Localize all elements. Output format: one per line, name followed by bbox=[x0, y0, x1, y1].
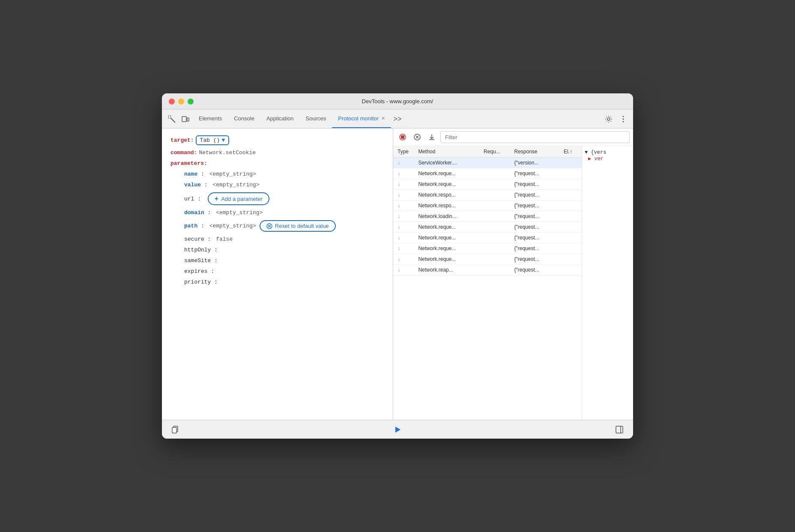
device-icon-btn[interactable] bbox=[179, 113, 192, 126]
svg-point-7 bbox=[623, 121, 624, 122]
param-path-value: <empty_string> bbox=[209, 223, 256, 229]
table-row[interactable]: ↓ Network.reque... {"request... bbox=[393, 243, 582, 254]
table-row[interactable]: ↓ ServiceWorker.... {"version... bbox=[393, 158, 582, 168]
cell-request bbox=[479, 222, 510, 233]
copy-icon bbox=[172, 426, 179, 433]
svg-rect-0 bbox=[168, 116, 171, 118]
table-row[interactable]: ↓ Network.reque... {"request... bbox=[393, 254, 582, 265]
cell-method: Network.loadin... bbox=[414, 211, 479, 222]
param-path-key: path bbox=[184, 223, 197, 229]
close-button[interactable] bbox=[169, 99, 175, 105]
cell-response: {"request... bbox=[510, 233, 559, 243]
tabs-area: Elements Console Application Sources Pro… bbox=[193, 110, 601, 128]
cell-method: Network.respo... bbox=[414, 200, 479, 211]
json-line-2: ▶ ver bbox=[588, 155, 631, 162]
sidebar-toggle-button[interactable] bbox=[613, 423, 626, 436]
cell-el bbox=[559, 158, 582, 168]
target-select[interactable]: Tab () ▼ bbox=[196, 135, 230, 145]
add-parameter-button[interactable]: + Add a parameter bbox=[208, 192, 269, 205]
run-icon bbox=[393, 425, 402, 434]
settings-button[interactable] bbox=[602, 113, 615, 126]
param-httponly-key: httpOnly bbox=[184, 247, 211, 253]
cell-response: {"request... bbox=[510, 243, 559, 254]
command-row: command: Network.setCookie bbox=[170, 149, 384, 156]
filter-input[interactable] bbox=[440, 131, 630, 143]
table-row[interactable]: ↓ Network.reque... {"request... bbox=[393, 168, 582, 179]
cell-type: ↓ bbox=[393, 200, 414, 211]
tab-close-icon[interactable]: ✕ bbox=[381, 116, 385, 121]
command-label: command: bbox=[170, 149, 197, 156]
reset-icon bbox=[266, 223, 272, 229]
sidebar-toggle-icon bbox=[616, 426, 623, 433]
cell-el bbox=[559, 243, 582, 254]
cell-request bbox=[479, 179, 510, 190]
more-options-button[interactable] bbox=[617, 113, 630, 126]
cell-type: ↓ bbox=[393, 211, 414, 222]
reset-to-default-button[interactable]: Reset to default value bbox=[260, 220, 336, 232]
copy-button[interactable] bbox=[169, 423, 182, 436]
maximize-button[interactable] bbox=[188, 99, 194, 105]
right-toolbar bbox=[393, 129, 633, 146]
minimize-button[interactable] bbox=[178, 99, 184, 105]
cell-request bbox=[479, 200, 510, 211]
table-row[interactable]: ↓ Network.reque... {"request... bbox=[393, 233, 582, 243]
cell-request bbox=[479, 168, 510, 179]
col-header-response: Response bbox=[510, 146, 559, 158]
more-tabs-button[interactable]: >> bbox=[391, 113, 404, 126]
tab-sources[interactable]: Sources bbox=[300, 110, 332, 128]
param-httponly-row: httpOnly : bbox=[184, 247, 384, 253]
cell-el bbox=[559, 265, 582, 275]
svg-rect-12 bbox=[401, 135, 404, 139]
param-secure-value: false bbox=[216, 236, 233, 242]
cell-method: Network.reque... bbox=[414, 168, 479, 179]
param-samesite-row: sameSite : bbox=[184, 257, 384, 264]
right-panel: Type Method Requ... Response El.↑ ↓ Serv… bbox=[393, 129, 633, 420]
cell-method: Network.reque... bbox=[414, 179, 479, 190]
run-button[interactable] bbox=[391, 423, 404, 436]
bottom-bar bbox=[162, 420, 633, 439]
cell-type: ↓ bbox=[393, 158, 414, 168]
svg-rect-2 bbox=[182, 117, 186, 122]
tab-elements[interactable]: Elements bbox=[193, 110, 228, 128]
tab-console[interactable]: Console bbox=[228, 110, 260, 128]
param-expires-key: expires bbox=[184, 268, 208, 275]
cell-method: Network.reque... bbox=[414, 243, 479, 254]
param-value-row: value : <empty_string> bbox=[184, 182, 384, 188]
cell-response: {"request... bbox=[510, 254, 559, 265]
devtools-body: target: Tab () ▼ command: Network.setCoo… bbox=[162, 129, 633, 420]
table-row[interactable]: ↓ Network.respo... {"request... bbox=[393, 190, 582, 200]
table-row[interactable]: ↓ Network.reque... {"request... bbox=[393, 222, 582, 233]
inspect-icon bbox=[168, 115, 176, 123]
download-button[interactable] bbox=[426, 131, 438, 143]
cell-type: ↓ bbox=[393, 243, 414, 254]
cell-response: {"request... bbox=[510, 265, 559, 275]
json-side-panel: ▼ {vers ▶ ver bbox=[582, 146, 633, 420]
cell-type: ↓ bbox=[393, 265, 414, 275]
svg-rect-3 bbox=[187, 118, 189, 121]
cell-method: Network.reque... bbox=[414, 254, 479, 265]
cell-el bbox=[559, 179, 582, 190]
window-controls bbox=[169, 99, 194, 105]
target-row: target: Tab () ▼ bbox=[170, 135, 384, 145]
cell-type: ↓ bbox=[393, 168, 414, 179]
cell-request bbox=[479, 233, 510, 243]
cell-response: {"request... bbox=[510, 168, 559, 179]
json-tree: ▼ {vers ▶ ver bbox=[585, 149, 631, 162]
cell-method: Network.reque... bbox=[414, 222, 479, 233]
plus-icon: + bbox=[215, 195, 218, 203]
table-row[interactable]: ↓ Network.reque... {"request... bbox=[393, 179, 582, 190]
param-samesite-key: sameSite bbox=[184, 257, 211, 264]
table-row[interactable]: ↓ Network.respo... {"request... bbox=[393, 200, 582, 211]
table-row[interactable]: ↓ Network.reap... {"request... bbox=[393, 265, 582, 275]
clear-button[interactable] bbox=[411, 131, 423, 143]
table-row[interactable]: ↓ Network.loadin... {"request... bbox=[393, 211, 582, 222]
tab-application[interactable]: Application bbox=[260, 110, 300, 128]
cell-response: {"request... bbox=[510, 190, 559, 200]
record-stop-button[interactable] bbox=[397, 131, 409, 143]
param-url-key: url bbox=[184, 196, 194, 202]
inspect-icon-btn[interactable] bbox=[165, 113, 178, 126]
cell-method: Network.respo... bbox=[414, 190, 479, 200]
tab-protocol-monitor[interactable]: Protocol monitor ✕ bbox=[332, 110, 391, 128]
param-priority-key: priority bbox=[184, 279, 211, 285]
param-value-key: value bbox=[184, 182, 201, 188]
